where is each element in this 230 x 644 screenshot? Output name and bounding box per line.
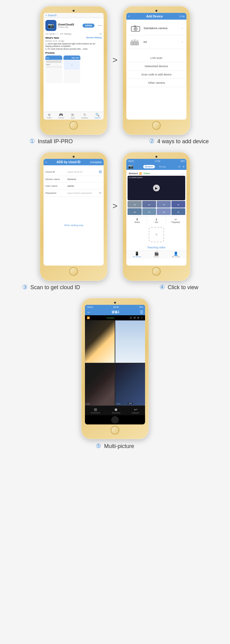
zoom-icon[interactable]: ⊕ [137, 316, 140, 319]
video-player[interactable]: ID:21892132044 ▶ [128, 176, 185, 200]
other-camera[interactable]: Other camera [128, 79, 185, 87]
back-icon-3[interactable]: < [45, 161, 47, 164]
caption-row-2: ③ Scan to get cloud ID ④ Click to view [0, 283, 230, 291]
back-icon-5[interactable]: ← [87, 310, 91, 315]
arrow-2: > [107, 201, 123, 211]
networked-devices[interactable]: Networked devices [128, 62, 185, 71]
device-header: Device1 📶 Online ⋯ [128, 171, 185, 176]
option-kit[interactable]: Kit › [128, 35, 185, 49]
app-row: 📷 EseeCloud3 Frank Law OPEN ⋯ [45, 20, 102, 31]
password-label: Password [45, 192, 67, 194]
device-more-icon[interactable]: ⋯ [181, 172, 184, 175]
option-standalone[interactable]: Standalone camera › [128, 21, 185, 35]
cloud-id-screen: < ADD by cloud ID Complete Cloud ID inpu… [44, 159, 104, 266]
whats-new: What's New Version History [45, 36, 102, 39]
step2-phone-col: < Add Device 17:04 [123, 6, 190, 135]
share-btn[interactable]: ⬆ Share [128, 217, 147, 224]
tab-games[interactable]: 🎮Games [58, 113, 64, 119]
phone-2-home[interactable] [152, 121, 161, 130]
more-icon[interactable]: ⋯ [98, 23, 102, 28]
bottomtab-mydevice[interactable]: 📱 my device [133, 251, 141, 258]
appstore-content: 📷 EseeCloud3 Frank Law OPEN ⋯ 2.6 ★★★☆☆ … [44, 18, 104, 112]
scan-code[interactable]: Scan code to add device [128, 71, 185, 79]
username-input[interactable]: admin [67, 185, 102, 187]
caption-row-3: ⑤ Multi-picture [0, 442, 230, 450]
add-device-button[interactable]: + [149, 227, 164, 242]
bottom-navbar: 📱 my device 🎬 Demo 👤 My center [126, 250, 186, 259]
recording-tool[interactable]: ⏺ Recording [112, 407, 120, 414]
tab-search[interactable]: 🔍Search [94, 113, 100, 119]
appstore-tabbar: ⊕Today 🎮Games ⊞Apps ↻Updates 🔍Search [44, 112, 104, 120]
step3-caption: ③ Scan to get cloud ID [22, 284, 80, 290]
teaching-video-link[interactable]: Teaching video [126, 245, 186, 250]
row-3: CMCC 09:56 75% ← 设备1 ☰ 📶 181KB/s ⊡ [0, 298, 230, 439]
kit-icon [130, 38, 141, 46]
screen-1: < Search 16:58 58% 📷 EseeCloud3 Frank La… [44, 13, 104, 120]
phone-1-home[interactable] [69, 121, 78, 130]
screenshot-tool[interactable]: ⊞ Screenshot [91, 407, 100, 414]
multi-picture-screen: CMCC 09:56 75% ← 设备1 ☰ 📶 181KB/s ⊡ [85, 305, 145, 424]
status-bar: 16:58 58% [91, 14, 102, 17]
action-bar: ⬆ Share ℹ Info ↩ Playback [128, 216, 185, 224]
step4-caption: ④ Click to view [159, 284, 198, 290]
thumb-4: ☁ [171, 201, 186, 208]
complete-btn[interactable]: Complete [90, 161, 102, 164]
back-search[interactable]: < Search [45, 14, 56, 17]
time-5: 09:56 [113, 306, 119, 308]
phone-5-home[interactable] [111, 426, 119, 435]
cloud-id-form: Cloud ID input cloud ID ⊞ Device name De… [44, 165, 104, 199]
open-button[interactable]: OPEN [82, 24, 94, 28]
device-name: Device1 📶 Online [129, 172, 150, 175]
version-history[interactable]: Version History [86, 36, 102, 39]
phone-4-home[interactable] [152, 267, 161, 276]
fullscreen-icon[interactable]: ⊡ [130, 316, 132, 319]
phone-2: < Add Device 17:04 [123, 6, 190, 135]
other-adding-way[interactable]: Other adding way [44, 224, 104, 227]
camera-cell-4[interactable]: CAM4 1/4 [115, 363, 145, 406]
star-icon[interactable]: ☆ [178, 165, 181, 169]
svg-rect-5 [133, 41, 136, 45]
tab-group[interactable]: Group [157, 165, 168, 168]
device-name-input[interactable]: Device1 [67, 178, 102, 181]
time-4: 17:04 [155, 160, 160, 162]
eye-icon[interactable]: 👁 [99, 191, 102, 195]
caption-4: ④ Click to view [145, 283, 213, 291]
step5-num: ⑤ [96, 443, 101, 449]
menu-icon-5[interactable]: ☰ [140, 310, 143, 314]
step1-phone-col: < Search 16:58 58% 📷 EseeCloud3 Frank La… [40, 6, 107, 135]
tab-device[interactable]: Device [143, 165, 155, 168]
bottomtab-demo[interactable]: 🎬 Demo [154, 251, 159, 258]
tab-apps[interactable]: ⊞Apps [71, 113, 75, 119]
recording-icon: ⏺ [112, 407, 120, 412]
qr-icon[interactable]: ⊞ [99, 170, 102, 174]
password-input[interactable]: Input device password [67, 192, 98, 194]
time: 16:58 [91, 14, 97, 17]
plus-icon[interactable]: + [183, 165, 185, 168]
speed-display: 181KB/s [106, 317, 114, 319]
expand-icon[interactable]: ⤢ [141, 316, 143, 319]
info-btn[interactable]: ℹ Info [147, 217, 166, 224]
watermark-1: CAM1 [86, 360, 90, 362]
camera-icon [130, 24, 141, 33]
lan-scan[interactable]: LAN scan [128, 54, 185, 62]
phone-3-notch [73, 156, 75, 158]
camera-cell-1[interactable]: CAM1 [85, 320, 115, 363]
phone-1-notch [73, 10, 75, 12]
camera-cell-3[interactable]: CAM3 [85, 363, 115, 406]
camera-cell-2[interactable]: CAM2 [115, 320, 145, 363]
playback-btn[interactable]: ↩ Playback [166, 217, 185, 224]
screen-4: CMCC 17:04 53% 📷 Device Group ☆ + [126, 159, 186, 266]
cloud-id-input[interactable]: input cloud ID [67, 171, 98, 173]
tab-updates[interactable]: ↻Updates [81, 113, 88, 119]
field-cloud-id: Cloud ID input cloud ID ⊞ [45, 168, 102, 176]
play-button[interactable]: ▶ [153, 185, 160, 191]
phone-3-home[interactable] [69, 267, 78, 276]
preview-label: Preview [45, 52, 102, 54]
playback-tool[interactable]: ↩ playback [132, 407, 139, 414]
bottomtab-mycenter[interactable]: 👤 My center [172, 251, 180, 258]
tab-today[interactable]: ⊕Today [47, 113, 52, 119]
standalone-label: Standalone camera [144, 27, 179, 30]
settings-icon[interactable]: ⚙ [133, 316, 136, 319]
step4-label: Click to view [168, 284, 198, 290]
phone-3: < ADD by cloud ID Complete Cloud ID inpu… [40, 152, 107, 281]
